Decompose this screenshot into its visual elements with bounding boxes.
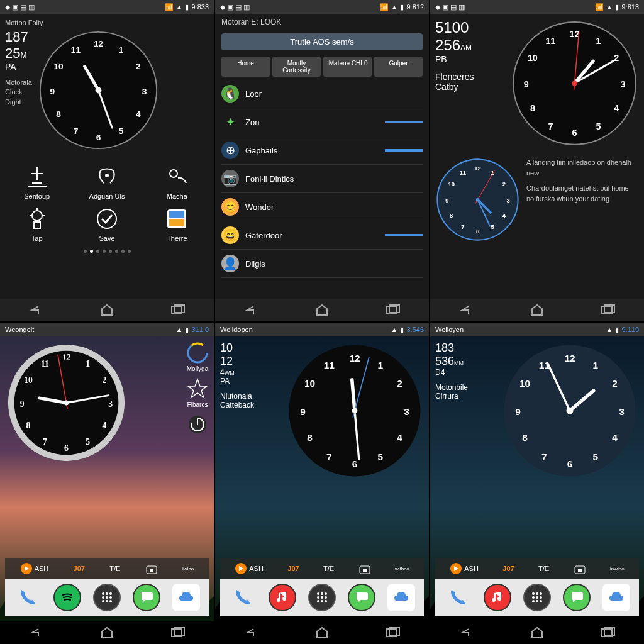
analog-clock[interactable]: 121234567891011 <box>5 341 128 464</box>
side-power[interactable] <box>186 413 209 436</box>
home-button[interactable] <box>313 304 331 316</box>
home-button[interactable] <box>98 304 116 316</box>
quick-lock[interactable] <box>574 562 586 575</box>
page-indicator[interactable] <box>5 250 209 253</box>
recent-button[interactable] <box>169 304 187 316</box>
dock-phone[interactable] <box>444 584 472 611</box>
svg-text:3: 3 <box>142 87 147 96</box>
tab-monfly[interactable]: Monfly Cartessity <box>272 57 321 77</box>
list-item[interactable]: 🐧Loor <box>221 80 423 108</box>
tab-gulper[interactable]: Gulper <box>374 57 423 77</box>
status-bar: Welidopen ▲▮3.546 <box>215 323 429 336</box>
dock-apps[interactable] <box>523 584 551 611</box>
list-item[interactable]: ⊕Gaphails <box>221 136 423 165</box>
svg-text:6: 6 <box>352 458 358 469</box>
svg-text:3: 3 <box>620 79 625 89</box>
quick-ash[interactable]: ASH <box>235 562 264 575</box>
svg-text:3: 3 <box>506 197 509 204</box>
dock-messages[interactable] <box>133 584 160 611</box>
analog-clock[interactable]: 121234567891011 <box>501 341 639 480</box>
svg-point-161 <box>536 600 538 602</box>
analog-clock-main[interactable]: 121234567891011 <box>510 19 639 148</box>
home-button[interactable] <box>313 626 331 639</box>
nav-bar <box>0 299 214 321</box>
dock-apps[interactable] <box>93 584 121 611</box>
tab-imatene[interactable]: iMatene CHL0 <box>323 57 372 77</box>
app-tap[interactable]: Tap <box>5 206 69 242</box>
dock-music[interactable] <box>269 584 296 611</box>
recent-button[interactable] <box>384 304 402 316</box>
app-macha[interactable]: Macha <box>145 164 209 200</box>
dock-phone[interactable] <box>14 584 42 611</box>
recent-button[interactable] <box>169 626 187 639</box>
app-save[interactable]: Save <box>75 206 138 242</box>
notif-icon: ◆ ▣ ▤ ▥ <box>220 3 250 11</box>
back-button[interactable] <box>242 626 260 639</box>
svg-text:3: 3 <box>108 399 113 409</box>
analog-clock[interactable]: 12 1 2 3 4 5 6 7 8 9 10 11 <box>37 29 160 152</box>
quick-lock[interactable] <box>145 562 158 575</box>
home-button[interactable] <box>528 304 546 316</box>
dock <box>220 579 424 616</box>
dock-messages[interactable] <box>348 584 375 611</box>
svg-point-155 <box>536 592 538 595</box>
panel-2: ◆ ▣ ▤ ▥ 📶▲▮9:812 Motorañ E: LOOK Trutle … <box>215 0 429 321</box>
status-bar: Weiloyen ▲▮9.119 <box>430 323 644 336</box>
svg-text:1: 1 <box>119 45 124 55</box>
list-item[interactable]: 👤Diigis <box>221 250 423 278</box>
quick-te[interactable]: T/E <box>538 565 549 572</box>
svg-point-21 <box>97 209 116 228</box>
quick-row: ASH J07 T/E withco <box>220 558 424 579</box>
dock-spotify[interactable] <box>53 584 81 611</box>
svg-point-127 <box>317 596 319 599</box>
dock-phone[interactable] <box>229 584 257 611</box>
dock-apps[interactable] <box>308 584 336 611</box>
back-button[interactable] <box>27 304 45 316</box>
quick-j07[interactable]: J07 <box>502 565 514 572</box>
svg-text:7: 7 <box>541 452 547 462</box>
back-button[interactable] <box>457 304 475 316</box>
tab-home[interactable]: Home <box>221 57 270 77</box>
dock-cloud[interactable] <box>602 584 630 611</box>
svg-text:8: 8 <box>26 421 31 430</box>
quick-j07[interactable]: J07 <box>74 565 85 572</box>
quick-te[interactable]: T/E <box>109 565 120 572</box>
back-button[interactable] <box>242 304 260 316</box>
dock-cloud[interactable] <box>172 584 200 611</box>
side-star[interactable]: Fibarcs <box>186 377 209 408</box>
subtitle-banner[interactable]: Trutle AOS sem/s <box>221 33 423 50</box>
dock-messages[interactable] <box>563 584 591 611</box>
recent-button[interactable] <box>384 626 402 639</box>
quick-ash[interactable]: ASH <box>450 562 479 575</box>
home-button[interactable] <box>98 626 116 639</box>
app-adguan[interactable]: Adguan Uls <box>75 164 138 200</box>
svg-text:1: 1 <box>86 359 90 369</box>
quick-lock[interactable] <box>358 562 371 575</box>
dock-music[interactable] <box>484 584 511 611</box>
quick-ash[interactable]: ASH <box>20 562 49 575</box>
list-item[interactable]: 😄Gaterdoor <box>221 221 423 250</box>
recent-button[interactable] <box>599 626 617 639</box>
quick-j07[interactable]: J07 <box>287 565 299 572</box>
back-button[interactable] <box>457 626 475 639</box>
list-item[interactable]: 📷Fonl·il Dintics <box>221 165 423 193</box>
recent-button[interactable] <box>599 304 617 316</box>
status-bar: ◆ ▣ ▤ ▥ 📶 ▲ ▮ 9:833 <box>0 0 214 14</box>
back-button[interactable] <box>27 626 45 639</box>
dock-cloud[interactable] <box>387 584 415 611</box>
home-button[interactable] <box>528 626 546 639</box>
svg-text:2: 2 <box>136 62 141 71</box>
app-senfoup[interactable]: Senfoup <box>5 164 69 200</box>
svg-text:4: 4 <box>502 212 506 219</box>
app-therre[interactable]: Therre <box>145 206 209 242</box>
list-item[interactable]: 😊Wonder <box>221 193 423 221</box>
notif-icon: ◆ ▣ ▤ ▥ <box>5 3 35 11</box>
svg-text:3: 3 <box>619 406 625 417</box>
side-gauge[interactable]: Moliyga <box>186 341 209 372</box>
analog-clock-small[interactable]: 121234567891011 <box>435 157 520 242</box>
list-item[interactable]: ✦Zon <box>221 108 423 136</box>
analog-clock[interactable]: 121234567891011 <box>286 341 424 480</box>
svg-point-131 <box>321 600 323 602</box>
svg-text:6: 6 <box>567 458 573 469</box>
quick-te[interactable]: T/E <box>323 565 334 572</box>
